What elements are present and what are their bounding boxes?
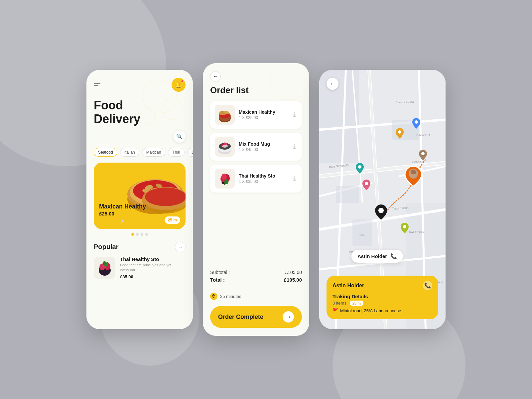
order-item-1-info: Maxican Healthy 1 X £25.00 bbox=[239, 109, 288, 120]
map-pin-teal[interactable] bbox=[356, 163, 364, 175]
svg-point-75 bbox=[415, 120, 418, 124]
map-pin-pink[interactable] bbox=[362, 180, 370, 192]
clock-icon: ⏱ bbox=[210, 293, 217, 300]
order-title-section: Order list bbox=[203, 85, 309, 101]
tab-thai[interactable]: Thai bbox=[168, 148, 184, 157]
tracking-items-count-row: 3 items 25 m bbox=[332, 301, 432, 306]
map-pin-yellow[interactable] bbox=[401, 223, 409, 235]
call-rider-button[interactable]: 📞 bbox=[423, 281, 432, 290]
caller-card: Astin Holder 📞 bbox=[351, 250, 403, 263]
svg-point-78 bbox=[421, 152, 425, 155]
mix-food-icon bbox=[216, 138, 234, 156]
popular-item-desc: Food that are principles and yet every o… bbox=[120, 263, 173, 273]
total-row: Total : £105.00 bbox=[210, 277, 302, 283]
order-item-1-qty: 1 X £25.00 bbox=[239, 115, 288, 120]
tab-maxican[interactable]: Maxican bbox=[142, 148, 166, 157]
phone-icon[interactable]: 📞 bbox=[390, 253, 397, 259]
order-totals: Subtotal : £105.00 Total : £105.00 bbox=[203, 265, 309, 289]
carousel-dots bbox=[86, 233, 193, 236]
tracking-address-row: 🚩 Mintol road, 25/A Labona house bbox=[332, 308, 432, 314]
delete-item-2-button[interactable]: 🗑 bbox=[292, 144, 297, 150]
rider-pin[interactable] bbox=[405, 166, 422, 188]
popular-header: Popular → bbox=[94, 242, 186, 252]
dot-3[interactable] bbox=[141, 233, 143, 236]
order-item-1-name: Maxican Healthy bbox=[239, 109, 288, 115]
svg-point-76 bbox=[398, 130, 401, 134]
tracking-distance-badge: 25 m bbox=[350, 301, 363, 306]
order-item-3-name: Thai Healthy Sto bbox=[239, 173, 288, 179]
yellow-location-pin bbox=[401, 223, 409, 233]
delivery-timer: ⏱ 25 minutes bbox=[203, 289, 309, 303]
popular-section: Popular → bbox=[86, 238, 193, 283]
delivery-time: 25 minutes bbox=[220, 294, 241, 299]
star-3: ★ bbox=[110, 218, 114, 224]
menu-button[interactable] bbox=[94, 83, 100, 86]
star-4: ★ bbox=[115, 218, 119, 224]
popular-item[interactable]: Thai Healthy Sto Food that are principle… bbox=[94, 256, 186, 279]
map-pin-blue[interactable] bbox=[412, 118, 420, 130]
phone-food-delivery: 🔔 Food Delivery 🔍 Seafood Italian Maxica… bbox=[86, 70, 193, 329]
app-title-section: Food Delivery bbox=[86, 95, 193, 126]
delete-item-1-button[interactable]: 🗑 bbox=[292, 112, 297, 118]
phone1-inner: 🔔 Food Delivery 🔍 Seafood Italian Maxica… bbox=[86, 70, 193, 329]
rider-avatar-pin bbox=[405, 166, 422, 186]
popular-item-info: Thai Healthy Sto Food that are principle… bbox=[120, 256, 173, 279]
dot-2[interactable] bbox=[136, 233, 139, 236]
search-button[interactable]: 🔍 bbox=[174, 131, 186, 143]
tab-japanese[interactable]: Japa... bbox=[187, 148, 193, 157]
flag-icon: 🚩 bbox=[332, 308, 338, 313]
hero-item-rating: ★ ★ ★ ★ ★ bbox=[99, 218, 146, 224]
map-pin-orange[interactable] bbox=[396, 128, 404, 140]
notification-button[interactable]: 🔔 bbox=[172, 78, 186, 92]
star-5: ★ bbox=[120, 218, 125, 224]
map-pin-mauve[interactable] bbox=[419, 150, 427, 162]
svg-point-42 bbox=[221, 174, 227, 180]
popular-next-button[interactable]: → bbox=[175, 242, 186, 252]
bell-icon: 🔔 bbox=[175, 82, 182, 88]
search-icon: 🔍 bbox=[176, 133, 183, 140]
order-item-2-qty: 1 X £45.00 bbox=[239, 147, 288, 152]
tab-seafood[interactable]: Seafood bbox=[94, 148, 117, 157]
orange-location-pin bbox=[396, 128, 404, 139]
subtotal-value: £105.00 bbox=[285, 270, 302, 275]
order-complete-button[interactable]: Order Complete → bbox=[210, 306, 302, 328]
svg-point-37 bbox=[223, 142, 226, 145]
delete-item-3-button[interactable]: 🗑 bbox=[292, 176, 297, 182]
order-item-3-info: Thai Healthy Sto 1 X £35.00 bbox=[239, 173, 288, 184]
order-back-button[interactable]: ← bbox=[210, 71, 221, 82]
svg-point-81 bbox=[378, 208, 384, 213]
maxican-food-icon bbox=[216, 106, 234, 124]
dot-4[interactable] bbox=[145, 233, 148, 236]
app-title: Food Delivery bbox=[94, 98, 186, 126]
call-icon: 📞 bbox=[424, 282, 431, 289]
order-item-3-qty: 1 X £35.00 bbox=[239, 179, 288, 184]
destination-pin[interactable] bbox=[375, 204, 387, 221]
svg-point-38 bbox=[222, 145, 227, 148]
star-2: ★ bbox=[104, 218, 109, 224]
popular-item-price: £35.00 bbox=[120, 274, 173, 279]
map-back-button[interactable]: ← bbox=[327, 78, 338, 90]
svg-text:Ravensclau Rd: Ravensclau Rd bbox=[396, 101, 414, 104]
phone2-inner: ← Order list bbox=[203, 63, 309, 336]
tab-italian[interactable]: Italian bbox=[120, 148, 139, 157]
category-tabs: Seafood Italian Maxican Thai Japa... bbox=[86, 146, 193, 159]
order-item-1[interactable]: Maxican Healthy 1 X £25.00 🗑 bbox=[210, 101, 302, 129]
subtotal-row: Subtotal : £105.00 bbox=[210, 270, 302, 275]
tracking-details-card: Astin Holder 📞 Traking Details 3 items 2… bbox=[327, 276, 438, 319]
thai-food-icon bbox=[216, 170, 234, 188]
notification-dot bbox=[181, 80, 184, 82]
order-item-3[interactable]: Thai Healthy Sto 1 X £35.00 🗑 bbox=[210, 165, 302, 193]
map-back-icon: ← bbox=[330, 81, 335, 87]
order-header: ← bbox=[203, 63, 309, 85]
svg-rect-74 bbox=[352, 219, 372, 246]
dot-1[interactable] bbox=[131, 233, 134, 236]
order-item-1-image bbox=[215, 105, 235, 125]
tracking-details-title: Traking Details bbox=[332, 294, 432, 299]
order-complete-arrow-icon: → bbox=[283, 311, 294, 323]
svg-point-15 bbox=[145, 188, 186, 206]
mauve-location-pin bbox=[419, 150, 427, 160]
subtotal-label: Subtotal : bbox=[210, 270, 230, 275]
order-item-2[interactable]: Mix Food Mug 1 X £45.00 🗑 bbox=[210, 133, 302, 161]
order-item-2-name: Mix Food Mug bbox=[239, 141, 288, 147]
hero-card[interactable]: Maxican Healthy £25.00 ★ ★ ★ ★ ★ 25 m bbox=[94, 163, 186, 229]
